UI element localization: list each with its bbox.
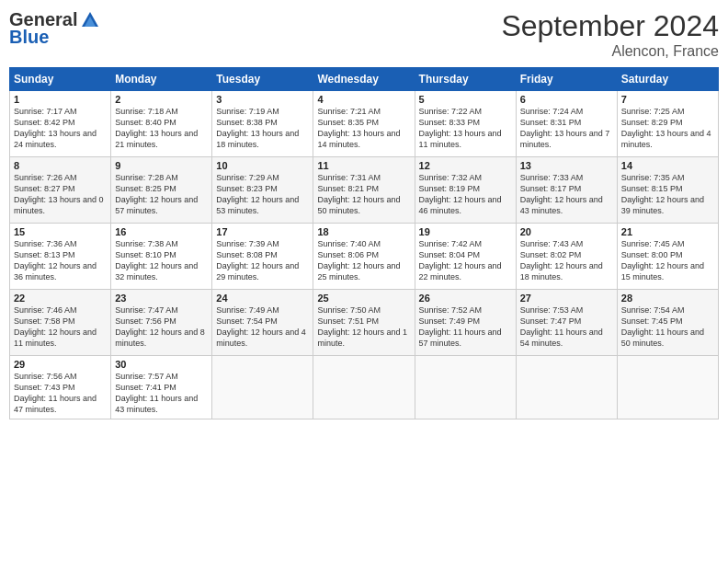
calendar-cell: 27Sunrise: 7:53 AMSunset: 7:47 PMDayligh… <box>516 290 617 356</box>
cell-info: Sunrise: 7:45 AMSunset: 8:00 PMDaylight:… <box>621 238 714 283</box>
calendar-cell <box>313 356 415 419</box>
cell-info: Sunrise: 7:31 AMSunset: 8:21 PMDaylight:… <box>317 172 410 217</box>
day-number: 10 <box>216 160 309 171</box>
calendar-cell: 1Sunrise: 7:17 AMSunset: 8:42 PMDaylight… <box>10 91 111 157</box>
calendar-cell: 30Sunrise: 7:57 AMSunset: 7:41 PMDayligh… <box>111 356 212 419</box>
calendar-cell: 14Sunrise: 7:35 AMSunset: 8:15 PMDayligh… <box>617 157 718 224</box>
logo-blue: Blue <box>9 27 49 48</box>
calendar-cell: 23Sunrise: 7:47 AMSunset: 7:56 PMDayligh… <box>111 290 212 356</box>
calendar-cell: 9Sunrise: 7:28 AMSunset: 8:25 PMDaylight… <box>111 157 212 224</box>
day-number: 19 <box>419 226 512 237</box>
col-tuesday: Tuesday <box>212 68 313 91</box>
month-year: September 2024 <box>501 9 719 43</box>
calendar-cell: 21Sunrise: 7:45 AMSunset: 8:00 PMDayligh… <box>617 224 718 290</box>
day-number: 7 <box>621 94 714 105</box>
cell-info: Sunrise: 7:19 AMSunset: 8:38 PMDaylight:… <box>216 106 309 151</box>
cell-info: Sunrise: 7:50 AMSunset: 7:51 PMDaylight:… <box>317 304 410 350</box>
calendar-row: 15Sunrise: 7:36 AMSunset: 8:13 PMDayligh… <box>10 224 719 290</box>
day-number: 14 <box>621 160 714 171</box>
calendar-cell: 15Sunrise: 7:36 AMSunset: 8:13 PMDayligh… <box>10 224 111 290</box>
logo-icon <box>80 10 100 30</box>
cell-info: Sunrise: 7:56 AMSunset: 7:43 PMDaylight:… <box>14 371 107 416</box>
cell-info: Sunrise: 7:25 AMSunset: 8:29 PMDaylight:… <box>621 106 714 151</box>
col-friday: Friday <box>516 68 617 91</box>
cell-info: Sunrise: 7:49 AMSunset: 7:54 PMDaylight:… <box>216 304 309 350</box>
calendar-cell: 19Sunrise: 7:42 AMSunset: 8:04 PMDayligh… <box>415 224 516 290</box>
calendar-cell: 6Sunrise: 7:24 AMSunset: 8:31 PMDaylight… <box>516 91 617 157</box>
day-number: 24 <box>216 293 309 304</box>
cell-info: Sunrise: 7:28 AMSunset: 8:25 PMDaylight:… <box>115 172 208 217</box>
cell-info: Sunrise: 7:32 AMSunset: 8:19 PMDaylight:… <box>419 172 512 217</box>
day-number: 9 <box>115 160 208 171</box>
day-number: 6 <box>520 94 613 105</box>
calendar-cell: 16Sunrise: 7:38 AMSunset: 8:10 PMDayligh… <box>111 224 212 290</box>
day-number: 4 <box>317 94 410 105</box>
cell-info: Sunrise: 7:52 AMSunset: 7:49 PMDaylight:… <box>419 304 512 350</box>
calendar-cell: 29Sunrise: 7:56 AMSunset: 7:43 PMDayligh… <box>10 356 111 419</box>
calendar-cell: 26Sunrise: 7:52 AMSunset: 7:49 PMDayligh… <box>415 290 516 356</box>
logo: General Blue <box>9 9 101 48</box>
cell-info: Sunrise: 7:54 AMSunset: 7:45 PMDaylight:… <box>621 304 714 350</box>
calendar-page: General Blue September 2024 Alencon, Fra… <box>0 0 728 563</box>
day-number: 13 <box>520 160 613 171</box>
header: General Blue September 2024 Alencon, Fra… <box>9 9 719 60</box>
day-number: 26 <box>419 293 512 304</box>
day-number: 25 <box>317 293 410 304</box>
calendar-cell: 13Sunrise: 7:33 AMSunset: 8:17 PMDayligh… <box>516 157 617 224</box>
cell-info: Sunrise: 7:17 AMSunset: 8:42 PMDaylight:… <box>14 106 107 151</box>
calendar-cell: 8Sunrise: 7:26 AMSunset: 8:27 PMDaylight… <box>10 157 111 224</box>
day-number: 15 <box>14 226 107 237</box>
calendar-cell: 22Sunrise: 7:46 AMSunset: 7:58 PMDayligh… <box>10 290 111 356</box>
day-number: 18 <box>317 226 410 237</box>
calendar-cell <box>415 356 516 419</box>
month-title: September 2024 Alencon, France <box>501 9 719 60</box>
calendar-cell: 25Sunrise: 7:50 AMSunset: 7:51 PMDayligh… <box>313 290 415 356</box>
calendar-row: 29Sunrise: 7:56 AMSunset: 7:43 PMDayligh… <box>10 356 719 419</box>
day-number: 11 <box>317 160 410 171</box>
calendar-cell: 17Sunrise: 7:39 AMSunset: 8:08 PMDayligh… <box>212 224 313 290</box>
day-number: 3 <box>216 94 309 105</box>
cell-info: Sunrise: 7:39 AMSunset: 8:08 PMDaylight:… <box>216 238 309 283</box>
cell-info: Sunrise: 7:53 AMSunset: 7:47 PMDaylight:… <box>520 304 613 350</box>
cell-info: Sunrise: 7:57 AMSunset: 7:41 PMDaylight:… <box>115 371 208 416</box>
calendar-cell: 2Sunrise: 7:18 AMSunset: 8:40 PMDaylight… <box>111 91 212 157</box>
day-number: 5 <box>419 94 512 105</box>
calendar-cell <box>617 356 718 419</box>
day-number: 16 <box>115 226 208 237</box>
day-number: 12 <box>419 160 512 171</box>
cell-info: Sunrise: 7:42 AMSunset: 8:04 PMDaylight:… <box>419 238 512 283</box>
col-thursday: Thursday <box>415 68 516 91</box>
calendar-cell <box>516 356 617 419</box>
calendar-cell: 11Sunrise: 7:31 AMSunset: 8:21 PMDayligh… <box>313 157 415 224</box>
cell-info: Sunrise: 7:29 AMSunset: 8:23 PMDaylight:… <box>216 172 309 217</box>
day-number: 1 <box>14 94 107 105</box>
day-number: 28 <box>621 293 714 304</box>
cell-info: Sunrise: 7:40 AMSunset: 8:06 PMDaylight:… <box>317 238 410 283</box>
day-number: 29 <box>14 359 107 370</box>
cell-info: Sunrise: 7:38 AMSunset: 8:10 PMDaylight:… <box>115 238 208 283</box>
calendar-row: 1Sunrise: 7:17 AMSunset: 8:42 PMDaylight… <box>10 91 719 157</box>
col-sunday: Sunday <box>10 68 111 91</box>
calendar-cell: 18Sunrise: 7:40 AMSunset: 8:06 PMDayligh… <box>313 224 415 290</box>
cell-info: Sunrise: 7:36 AMSunset: 8:13 PMDaylight:… <box>14 238 107 283</box>
cell-info: Sunrise: 7:43 AMSunset: 8:02 PMDaylight:… <box>520 238 613 283</box>
location: Alencon, France <box>501 43 719 60</box>
cell-info: Sunrise: 7:35 AMSunset: 8:15 PMDaylight:… <box>621 172 714 217</box>
calendar-cell: 5Sunrise: 7:22 AMSunset: 8:33 PMDaylight… <box>415 91 516 157</box>
calendar-cell <box>212 356 313 419</box>
cell-info: Sunrise: 7:18 AMSunset: 8:40 PMDaylight:… <box>115 106 208 151</box>
day-number: 30 <box>115 359 208 370</box>
calendar-cell: 3Sunrise: 7:19 AMSunset: 8:38 PMDaylight… <box>212 91 313 157</box>
day-number: 2 <box>115 94 208 105</box>
cell-info: Sunrise: 7:46 AMSunset: 7:58 PMDaylight:… <box>14 304 107 350</box>
calendar-cell: 4Sunrise: 7:21 AMSunset: 8:35 PMDaylight… <box>313 91 415 157</box>
calendar-cell: 12Sunrise: 7:32 AMSunset: 8:19 PMDayligh… <box>415 157 516 224</box>
cell-info: Sunrise: 7:21 AMSunset: 8:35 PMDaylight:… <box>317 106 410 151</box>
cell-info: Sunrise: 7:22 AMSunset: 8:33 PMDaylight:… <box>419 106 512 151</box>
day-number: 21 <box>621 226 714 237</box>
calendar-cell: 7Sunrise: 7:25 AMSunset: 8:29 PMDaylight… <box>617 91 718 157</box>
col-monday: Monday <box>111 68 212 91</box>
day-number: 20 <box>520 226 613 237</box>
col-wednesday: Wednesday <box>313 68 415 91</box>
cell-info: Sunrise: 7:47 AMSunset: 7:56 PMDaylight:… <box>115 304 208 350</box>
